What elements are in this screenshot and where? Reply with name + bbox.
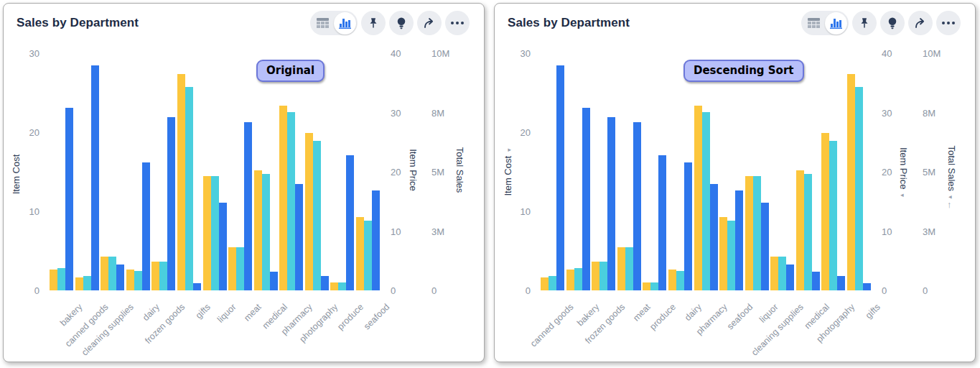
axis-tick: 0 (431, 285, 437, 296)
bar[interactable] (719, 217, 727, 290)
bar[interactable] (356, 217, 364, 290)
bar[interactable] (279, 106, 287, 290)
more-options-button[interactable] (936, 11, 961, 35)
bar[interactable] (796, 170, 804, 290)
bar[interactable] (607, 117, 615, 290)
axis-tick: 20 (882, 167, 892, 178)
bar[interactable] (778, 257, 786, 290)
bar[interactable] (735, 190, 743, 290)
bar[interactable] (185, 87, 193, 290)
table-view-button[interactable] (312, 12, 334, 34)
bar[interactable] (50, 270, 57, 290)
bar[interactable] (804, 174, 812, 290)
bar[interactable] (643, 282, 650, 290)
bar[interactable] (262, 174, 270, 290)
bar[interactable] (786, 264, 794, 290)
bar[interactable] (151, 262, 159, 290)
bar[interactable] (75, 277, 83, 290)
bar[interactable] (702, 112, 710, 290)
chart-title: Sales by Department (508, 16, 630, 30)
bar[interactable] (134, 271, 142, 290)
x-tick-label: dairy (141, 302, 162, 323)
bar[interactable] (236, 247, 244, 290)
bar[interactable] (855, 87, 863, 290)
bar[interactable] (541, 277, 549, 290)
bar[interactable] (863, 283, 871, 290)
bar[interactable] (305, 133, 313, 290)
bar[interactable] (650, 282, 658, 290)
bar[interactable] (159, 262, 167, 290)
axis-tick: 10 (882, 226, 892, 236)
bar[interactable] (116, 264, 124, 290)
y-axis-label-total-sales: Total Sales▾ (944, 53, 958, 290)
x-tick-label: meat (631, 302, 653, 323)
share-button[interactable] (417, 11, 442, 35)
axis-tick: 8M (923, 107, 935, 118)
pin-button[interactable] (852, 11, 877, 35)
bar[interactable] (574, 268, 582, 290)
bar[interactable] (126, 270, 134, 290)
bar[interactable] (101, 257, 108, 290)
bar[interactable] (549, 276, 556, 290)
bar[interactable] (668, 270, 676, 290)
bar[interactable] (295, 184, 303, 291)
more-options-button[interactable] (445, 11, 470, 35)
bar[interactable] (91, 65, 99, 291)
bar[interactable] (193, 283, 201, 290)
bar[interactable] (829, 141, 837, 290)
bar[interactable] (582, 108, 590, 290)
bar[interactable] (556, 65, 564, 291)
pin-button[interactable] (361, 11, 386, 35)
bar[interactable] (753, 176, 761, 290)
bar[interactable] (177, 74, 185, 290)
bar[interactable] (244, 122, 252, 290)
axis-tick: 10 (521, 206, 531, 217)
bar[interactable] (592, 262, 599, 290)
bar[interactable] (254, 170, 262, 290)
bar[interactable] (710, 184, 718, 291)
insights-button[interactable] (389, 11, 414, 35)
bar[interactable] (287, 112, 295, 290)
bar[interactable] (599, 262, 607, 290)
bar[interactable] (566, 270, 574, 290)
bar[interactable] (676, 271, 684, 290)
bar[interactable] (167, 117, 175, 290)
bar[interactable] (57, 268, 65, 290)
bar[interactable] (346, 155, 354, 290)
bar[interactable] (812, 272, 820, 290)
insights-button[interactable] (880, 11, 905, 35)
bar[interactable] (364, 221, 372, 290)
bar[interactable] (108, 257, 116, 290)
bar[interactable] (270, 272, 278, 290)
bar[interactable] (658, 155, 666, 290)
share-button[interactable] (908, 11, 933, 35)
bar[interactable] (219, 203, 227, 290)
bar[interactable] (837, 276, 845, 290)
table-view-button[interactable] (803, 12, 825, 34)
bar[interactable] (83, 276, 91, 290)
bar[interactable] (847, 74, 855, 290)
bar[interactable] (617, 247, 625, 291)
bar[interactable] (684, 162, 692, 290)
bar[interactable] (65, 108, 73, 290)
bar[interactable] (142, 162, 150, 290)
bar[interactable] (203, 176, 211, 291)
bar[interactable] (338, 282, 346, 290)
bar[interactable] (372, 190, 380, 290)
bar[interactable] (228, 247, 236, 291)
bar[interactable] (330, 282, 338, 290)
bar[interactable] (727, 221, 735, 290)
bar[interactable] (625, 247, 633, 290)
bar[interactable] (694, 106, 702, 290)
bar[interactable] (211, 176, 219, 290)
bar-chart-view-button[interactable] (825, 12, 847, 34)
bar[interactable] (633, 122, 641, 290)
bar[interactable] (745, 176, 753, 291)
bar[interactable] (821, 133, 829, 290)
bar[interactable] (761, 203, 769, 290)
bar-chart-view-button[interactable] (334, 12, 356, 34)
bar[interactable] (313, 141, 321, 290)
bar[interactable] (770, 257, 778, 290)
panel-header: Sales by Department (4, 4, 484, 35)
bar[interactable] (321, 276, 329, 290)
